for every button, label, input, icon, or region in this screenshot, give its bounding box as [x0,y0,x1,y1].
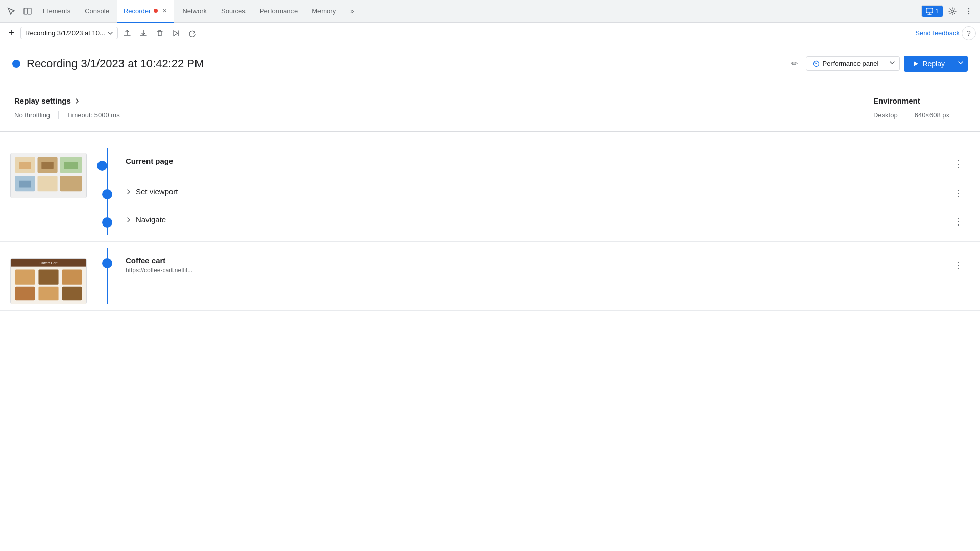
step-dot-1 [97,161,107,171]
section-1-steps: Current page ⋮ [97,148,980,235]
svg-rect-14 [37,176,57,191]
replay-btn[interactable]: Replay [904,56,953,72]
section-coffee-cart: Coffee Cart [0,242,980,311]
cursor-icon-btn[interactable] [4,4,18,18]
tab-performance[interactable]: Performance [254,0,304,23]
page-thumbnail-1 [10,153,87,198]
recording-dot-icon [154,9,158,13]
settings-icon-btn[interactable] [945,4,960,18]
step-3-kebab-btn[interactable]: ⋮ [951,214,966,229]
download-icon [139,29,148,37]
step-coffee-cart-text: Coffee cart [126,256,165,265]
toggle-sidebar-btn[interactable] [20,4,35,18]
env-resolution: 640×608 px [915,111,958,119]
settings-expand-icon [74,98,80,104]
perf-icon [813,60,820,67]
step-4-kebab-btn[interactable]: ⋮ [951,258,966,272]
tab-recorder-label: Recorder [124,7,151,15]
send-feedback-link[interactable]: Send feedback [915,29,960,37]
svg-rect-19 [19,181,31,188]
perf-panel-dropdown-btn[interactable] [885,56,900,71]
step-2-kebab-btn[interactable]: ⋮ [951,186,966,201]
svg-rect-1 [28,8,31,14]
recording-selector[interactable]: Recording 3/1/2023 at 10... [20,27,118,39]
chevron-down-replay-icon [958,60,964,66]
expand-navigate-icon [126,217,132,223]
thumbnail-container-1 [0,148,97,235]
settings-details: No throttling Timeout: 5000 ms [14,111,120,119]
replay-group: Replay [904,56,968,72]
loop-btn[interactable] [185,26,200,40]
svg-rect-23 [15,270,35,285]
step-connector-1 [97,155,117,173]
env-details: Desktop 640×608 px [873,111,966,119]
tab-performance-label: Performance [260,7,298,15]
tab-network[interactable]: Network [176,0,213,23]
notification-btn[interactable]: 1 [921,5,943,17]
svg-rect-17 [41,162,53,169]
add-recording-btn[interactable]: + [4,26,18,40]
tab-close-icon[interactable]: ✕ [161,7,168,14]
tab-overflow-icon: » [350,7,354,15]
page-thumbnail-2: Coffee Cart [10,258,87,304]
thumbnail-container-2: Coffee Cart [0,248,97,304]
step-navigate-text: Navigate [136,215,166,224]
notification-count: 1 [935,8,939,15]
add-icon: + [8,27,14,39]
help-icon: ? [967,29,971,37]
tab-elements[interactable]: Elements [37,0,77,23]
replay-label: Replay [922,60,945,68]
tab-sources[interactable]: Sources [215,0,252,23]
step-coffee-cart: Coffee cart https://coffee-cart.netlif..… [97,248,980,282]
settings-section: Replay settings No throttling Timeout: 5… [0,84,980,132]
svg-rect-0 [24,8,27,14]
svg-rect-18 [64,162,78,169]
step-replay-btn[interactable] [169,26,183,40]
step-4-label: Coffee cart [126,256,951,265]
env-type: Desktop [873,111,906,119]
timeout-value: Timeout: 5000 ms [67,111,120,119]
more-options-btn[interactable] [962,4,976,18]
step-set-viewport-text: Set viewport [136,187,178,196]
svg-rect-28 [62,287,82,300]
tab-overflow[interactable]: » [344,0,360,23]
svg-rect-27 [38,287,58,300]
help-btn[interactable]: ? [962,26,976,40]
chevron-down-perf-icon [889,60,895,66]
svg-rect-16 [19,162,31,169]
step-4-content: Coffee cart https://coffee-cart.netlif..… [117,254,951,276]
tab-bar-actions: 1 [921,4,976,18]
step-dot-2 [102,189,112,199]
recording-title: Recording 3/1/2023 at 10:42:22 PM [27,57,783,70]
delete-recording-btn[interactable] [153,26,167,40]
step-dot-3 [102,217,112,228]
replay-play-icon [912,60,919,67]
svg-point-3 [951,10,954,13]
perf-panel-btn[interactable]: Performance panel [806,56,886,71]
tab-memory-label: Memory [312,7,336,15]
step-3-content: Navigate [117,213,951,226]
step-dot-4 [102,258,112,268]
recording-selector-name: Recording 3/1/2023 at 10... [25,29,105,37]
step-3-label[interactable]: Navigate [126,215,951,224]
tab-console[interactable]: Console [79,0,115,23]
svg-rect-24 [38,270,58,285]
edit-title-btn[interactable]: ✏ [789,57,800,70]
svg-rect-25 [62,270,82,285]
settings-title[interactable]: Replay settings [14,96,120,105]
step-1-kebab-btn[interactable]: ⋮ [951,157,966,171]
step-2-label[interactable]: Set viewport [126,187,951,196]
tab-network-label: Network [182,7,207,15]
main-content: Recording 3/1/2023 at 10:42:22 PM ✏ Perf… [0,43,980,551]
tab-recorder[interactable]: Recorder ✕ [117,0,174,23]
import-btn[interactable] [136,26,151,40]
svg-rect-15 [60,176,82,191]
svg-text:Coffee Cart: Coffee Cart [40,261,58,265]
tab-memory[interactable]: Memory [306,0,342,23]
recording-header: Recording 3/1/2023 at 10:42:22 PM ✏ Perf… [0,43,980,84]
settings-title-text: Replay settings [14,96,71,105]
chevron-down-icon [107,30,113,36]
export-btn[interactable] [120,26,134,40]
toolbar: + Recording 3/1/2023 at 10... [0,23,980,43]
replay-dropdown-btn[interactable] [953,56,968,72]
